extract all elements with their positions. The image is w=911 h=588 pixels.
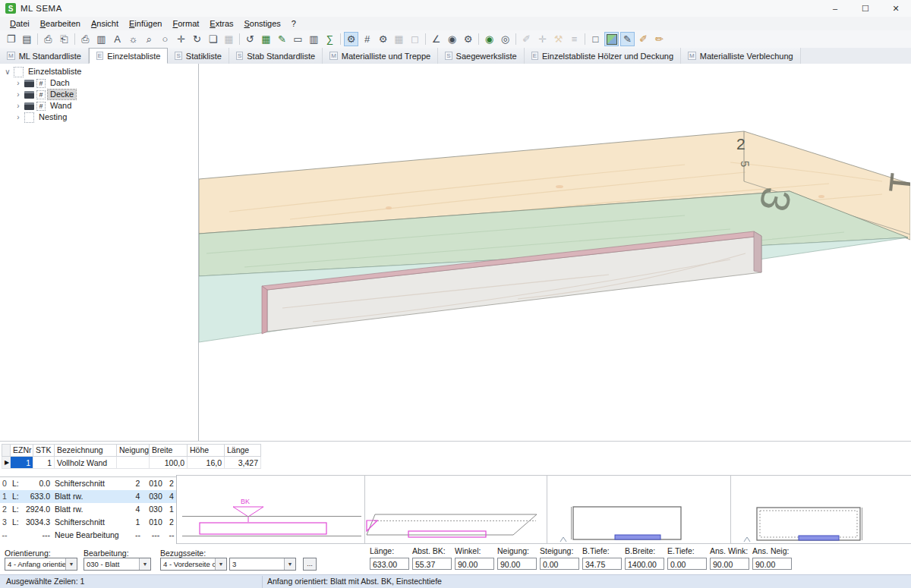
cube-wireframe-icon[interactable]: □ [588, 32, 603, 46]
column-header[interactable]: Neigung [117, 444, 150, 457]
operation-row[interactable]: -- --- Neue Bearbeitung -- --- -- [0, 529, 176, 542]
field-value[interactable]: 633.00 [370, 558, 409, 570]
separator[interactable] [237, 32, 242, 46]
operation-row[interactable]: 2 L:2924.0 Blatt rw. 4 030 1 [0, 503, 176, 516]
tree-item-decke[interactable]: › # Decke [0, 89, 198, 100]
chevron-down-icon[interactable]: ▼ [65, 558, 77, 570]
menu-help[interactable]: ? [286, 19, 301, 28]
numbering-icon[interactable]: # [360, 32, 374, 46]
settings-gear-icon[interactable]: ⚙ [344, 32, 358, 46]
table-disabled-icon[interactable]: ▦ [392, 32, 406, 46]
tab-stab-standardliste[interactable]: S Stab Standardliste [229, 48, 323, 64]
field-value[interactable]: 0.00 [667, 558, 707, 570]
layers-icon[interactable]: ≡ [567, 32, 582, 46]
edit-list-icon[interactable]: ▦ [259, 32, 273, 46]
cube-shaded-icon[interactable] [604, 32, 619, 46]
chevron-down-icon[interactable]: ▼ [139, 558, 150, 570]
separator[interactable] [582, 32, 588, 46]
menu-sonstiges[interactable]: Sonstiges [239, 19, 286, 28]
seite-combobox[interactable]: 3 ▼ [229, 558, 296, 571]
tab-einzelstabliste[interactable]: E Einzelstabliste [89, 48, 169, 64]
tree-expander-icon[interactable]: › [14, 79, 23, 87]
profile-icon[interactable]: ∠ [429, 32, 443, 46]
measure-arrow-icon[interactable]: ✐ [519, 32, 534, 46]
tab-statikliste[interactable]: S Statikliste [168, 48, 229, 64]
column-header[interactable]: STK [33, 444, 55, 457]
column-header[interactable]: Bezeichnung [55, 444, 117, 457]
tree-item-wand[interactable]: › # Wand [0, 100, 198, 112]
tree-item-einzelstabliste[interactable]: ∨ Einzelstabliste [0, 66, 198, 77]
tree-expander-icon[interactable]: ∨ [3, 68, 12, 76]
options-gear-icon[interactable]: ⚙ [461, 32, 475, 46]
bezugsseite-combobox[interactable]: 4 - Vorderseite oben ▼ [160, 558, 227, 571]
minimize-button[interactable]: – [820, 0, 850, 17]
close-button[interactable]: ✕ [881, 0, 911, 17]
menu-format[interactable]: Format [167, 19, 204, 28]
tab-ml-standardliste[interactable]: M ML Standardliste [0, 48, 89, 64]
menu-extras[interactable]: Extras [204, 19, 238, 28]
tab-materialliste-verblechung[interactable]: M Materialliste Verblechung [681, 48, 801, 64]
more-options-button[interactable]: ... [303, 558, 317, 571]
separator[interactable] [35, 32, 40, 46]
field-value[interactable]: 90.00 [455, 558, 494, 570]
refresh-icon[interactable]: ↺ [243, 32, 257, 46]
operation-row[interactable]: 0 L:0.0 Schifterschnitt 2 010 2 [0, 477, 176, 490]
save-icon[interactable]: ▤ [20, 32, 34, 46]
menu-bearbeiten[interactable]: Bearbeiten [35, 19, 86, 28]
field-value[interactable]: 90.00 [497, 558, 537, 570]
print-icon[interactable]: ⎙ [41, 32, 55, 46]
field-value[interactable]: 90.00 [752, 558, 792, 570]
separator[interactable] [338, 32, 343, 46]
tree-expander-icon[interactable]: › [14, 102, 23, 110]
tree-item-nesting[interactable]: › Nesting [0, 112, 198, 123]
table-columns-icon[interactable]: ▥ [307, 32, 321, 46]
viewport-3d[interactable]: 2 5 3 1 [199, 64, 911, 441]
field-value[interactable]: 0.00 [540, 558, 579, 570]
separator[interactable] [72, 32, 77, 46]
export-doc-icon[interactable]: ▥ [94, 32, 109, 46]
tree-expander-icon[interactable]: › [14, 90, 23, 99]
separator[interactable] [423, 32, 428, 46]
operation-row[interactable]: 3 L:3034.3 Schifterschnitt 1 010 2 [0, 516, 176, 529]
open-list-icon[interactable]: ❐ [4, 32, 18, 46]
print-list-icon[interactable]: ⎙ [78, 32, 93, 46]
gears-icon[interactable]: ⚙ [376, 32, 390, 46]
draw-pencil-icon[interactable]: ✎ [620, 32, 635, 46]
menu-ansicht[interactable]: Ansicht [86, 19, 124, 28]
eraser-freehand-icon[interactable]: ✏ [652, 32, 667, 46]
orientierung-combobox[interactable]: 4 - Anfang orientiert ▼ [5, 558, 77, 571]
page-preview-icon[interactable]: ⌕ [142, 32, 156, 46]
copy-icon[interactable]: ❏ [206, 32, 220, 46]
tab-einzelstabliste-hoelzer[interactable]: E Einzelstabliste Hölzer und Deckung [525, 48, 681, 64]
sum-icon[interactable]: ∑ [323, 32, 337, 46]
column-header[interactable]: Länge [225, 444, 261, 457]
rotate-icon[interactable]: ↻ [190, 32, 204, 46]
tree-item-dach[interactable]: › # Dach [0, 77, 198, 89]
binoculars-icon[interactable]: ◎ [498, 32, 512, 46]
field-value[interactable]: 55.37 [412, 558, 452, 570]
field-value[interactable]: 90.00 [710, 558, 749, 570]
tab-materialliste-und-treppe[interactable]: M Materialliste und Treppe [323, 48, 438, 64]
separator[interactable] [476, 32, 481, 46]
save-folder-icon[interactable]: ▭ [291, 32, 305, 46]
field-value[interactable]: 34.75 [582, 558, 622, 570]
eraser-icon[interactable]: ✐ [636, 32, 651, 46]
tab-saegewerksliste[interactable]: S Saegewerksliste [438, 48, 524, 64]
paste-icon[interactable]: ▦ [222, 32, 236, 46]
zoom-icon[interactable]: ○ [158, 32, 172, 46]
operation-row[interactable]: 1 L:633.0 Blatt rw. 4 030 4 [0, 490, 176, 503]
tree-expander-icon[interactable]: › [14, 113, 23, 121]
edit-pen-icon[interactable]: ✎ [275, 32, 289, 46]
font-settings-icon[interactable]: A [110, 32, 125, 46]
column-header[interactable]: EZNr [11, 444, 33, 457]
chevron-down-icon[interactable]: ▼ [284, 558, 295, 570]
maximize-button[interactable]: ☐ [850, 0, 881, 17]
column-header[interactable]: Höhe [188, 444, 225, 457]
column-header[interactable]: Breite [150, 444, 188, 457]
separator[interactable] [513, 32, 519, 46]
menu-einfuegen[interactable]: Einfügen [124, 19, 167, 28]
field-value[interactable]: 1400.00 [625, 558, 664, 570]
chevron-down-icon[interactable]: ▼ [215, 558, 226, 570]
menu-datei[interactable]: Datei [5, 19, 35, 28]
eye-gear-icon[interactable]: ◉ [445, 32, 459, 46]
